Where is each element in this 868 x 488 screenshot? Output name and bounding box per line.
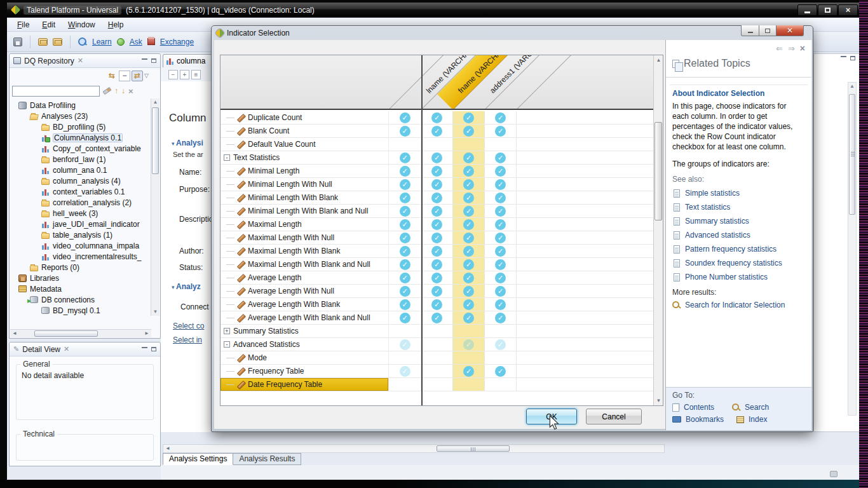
save-editor-icon[interactable]: ≡ [191,70,201,79]
indicator-checkbox[interactable]: ✓ [485,245,517,257]
indicator-checkbox[interactable]: ✓ [421,258,453,271]
indicator-checkbox[interactable]: ✓ [421,111,453,124]
indicator-checkbox[interactable]: ✓ [453,165,485,177]
help-vertical-scrollbar[interactable]: ▲ [848,82,857,416]
expand-icon[interactable]: + [224,328,230,334]
indicator-checkbox[interactable] [453,325,485,337]
exchange-icon[interactable] [147,38,155,45]
indicator-checkbox[interactable]: ✓ [389,205,421,217]
tab-analysis-settings[interactable]: Analysis Settings [163,453,233,465]
detail-view-tab[interactable]: Detail View [22,345,60,354]
indicator-checkbox[interactable] [453,138,485,151]
indicator-label-cell[interactable]: +Summary Statistics [220,325,389,337]
indicator-checkbox[interactable]: ✓ [485,365,517,377]
indicator-checkbox[interactable]: ✓ [389,245,421,257]
close-tray-icon[interactable]: × [800,43,805,53]
tree-item[interactable]: Libraries [11,273,151,283]
indicator-checkbox[interactable]: ✓ [421,298,453,311]
analysis-metadata-section[interactable]: ▾ Analysi [172,139,203,147]
dialog-close-button[interactable]: ✕ [776,25,804,36]
minimize-button[interactable] [797,4,817,16]
indicator-checkbox[interactable]: ✓ [453,178,485,191]
scroll-down-icon[interactable]: ▼ [151,308,159,316]
select-columns-link[interactable]: Select co [173,322,204,330]
tree-item[interactable]: column_ana 0.1 [11,165,151,175]
tree-item[interactable]: ColumnAnalysis 0.1 [11,132,151,143]
indicator-checkbox[interactable]: ✓ [421,191,453,204]
panel-minimize-icon[interactable] [142,58,147,63]
scrollbar-thumb[interactable] [654,122,662,220]
editor-tab[interactable]: columna [163,54,212,67]
scroll-right-icon[interactable]: ► [144,330,149,336]
tree-item[interactable]: Data Profiling [11,100,151,111]
indicator-checkbox[interactable]: ✓ [485,111,517,124]
panel-minimize-icon[interactable] [142,347,147,351]
indicator-label-cell[interactable]: Maximal Length With Null [220,231,389,244]
tree-item[interactable]: column_analysis (4) [11,175,151,186]
indicator-checkbox[interactable] [421,351,453,364]
indicator-checkbox[interactable] [485,351,517,364]
indicator-checkbox[interactable]: ✓ [485,271,517,284]
indicator-checkbox[interactable]: ✓ [421,311,453,324]
bookmarks-link[interactable]: Bookmarks [686,415,724,424]
indicator-checkbox[interactable] [421,338,453,351]
tree-item[interactable]: benford_law (1) [11,154,151,165]
indicator-checkbox[interactable] [485,378,517,391]
indicator-checkbox[interactable]: ✓ [389,365,421,377]
indicator-checkbox[interactable]: ✓ [389,191,421,204]
indicator-checkbox[interactable]: ✓ [485,191,517,204]
tree-item[interactable]: video_columnana_impala [11,240,151,251]
indicator-label-cell[interactable]: Minimal Length With Blank and Null [220,205,389,217]
menu-help[interactable]: Help [103,19,129,30]
tree-vertical-scrollbar[interactable]: ▲ ▼ [151,98,159,316]
scrollbar-thumb[interactable] [34,330,98,337]
indicator-checkbox[interactable]: ✓ [453,125,485,137]
scroll-up-icon[interactable]: ▲ [848,83,856,90]
dialog-maximize-button[interactable] [759,25,776,36]
tree-item[interactable]: BD_profiling (5) [11,121,151,132]
indicator-checkbox[interactable]: ✓ [389,178,421,191]
dialog-title-bar[interactable]: Indicator Selection [212,26,813,40]
back-icon[interactable]: ⇐ [776,44,783,53]
refresh-icon[interactable]: ⇆ [106,71,118,81]
main-title-bar[interactable]: Talend Platform - Universal (5.6.1.20141… [7,3,861,18]
indicator-label-cell[interactable]: Maximal Length With Blank and Null [220,258,389,271]
cancel-button[interactable]: Cancel [586,409,642,424]
tree-item[interactable]: correlation_analysis (2) [11,197,151,208]
view-menu-icon[interactable]: ▽ [144,72,149,79]
scrollbar-thumb[interactable] [437,445,510,452]
collapse-sections-icon[interactable]: − [168,70,178,79]
indicator-checkbox[interactable]: ✓ [453,218,485,231]
ask-icon[interactable] [117,38,125,46]
see-also-link[interactable]: Pattern frequency statistics [674,242,782,256]
scroll-left-icon[interactable]: ◄ [165,445,170,451]
indicator-checkbox[interactable]: ✓ [389,311,421,324]
indicator-checkbox[interactable]: ✓ [421,245,453,257]
tree-item[interactable]: table_analysis (1) [11,229,151,240]
indicator-checkbox[interactable]: ✓ [389,285,421,297]
tab-close-icon[interactable]: ✕ [78,57,83,65]
indicator-checkbox[interactable] [453,351,485,364]
menu-file[interactable]: File [12,19,34,30]
indicator-checkbox[interactable] [485,138,517,151]
indicator-label-cell[interactable]: -Text Statistics [220,151,389,164]
indicator-label-cell[interactable]: Average Length With Null [220,285,389,297]
panel-maximize-icon[interactable] [151,58,156,63]
export-icon[interactable] [53,38,62,46]
close-button[interactable]: × [838,4,858,16]
indicator-label-cell[interactable]: Frequency Table [220,365,389,377]
indicator-checkbox[interactable]: ✓ [453,191,485,204]
indicator-label-cell[interactable]: Average Length With Blank [220,298,389,311]
indicator-checkbox[interactable] [421,325,453,337]
indicator-label-cell[interactable]: Maximal Length With Blank [220,245,389,257]
table-vertical-scrollbar[interactable]: ▲ ▼ [653,55,663,405]
indicator-checkbox[interactable]: ✓ [453,111,485,124]
see-also-link[interactable]: Phone Number statistics [674,270,782,284]
indicator-checkbox[interactable]: ✓ [453,245,485,257]
expand-sections-icon[interactable]: + [180,70,189,79]
indicator-label-cell[interactable]: Duplicate Count [220,111,389,124]
indicator-checkbox[interactable]: ✓ [453,258,485,271]
indicator-checkbox[interactable]: ✓ [421,165,453,177]
scroll-up-icon[interactable]: ▲ [151,98,159,106]
indicator-checkbox[interactable]: ✓ [485,298,517,311]
